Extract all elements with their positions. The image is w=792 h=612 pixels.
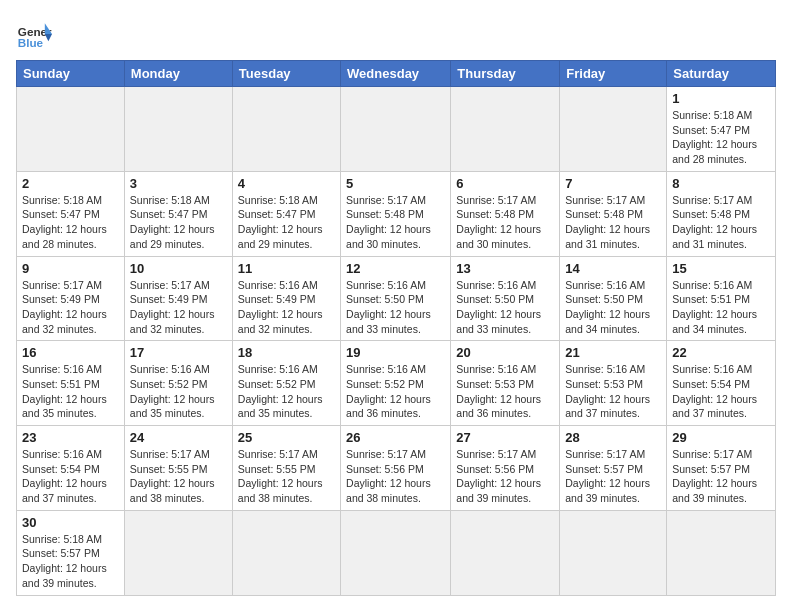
day-info: Sunrise: 5:17 AM Sunset: 5:48 PM Dayligh… — [565, 193, 661, 252]
day-number: 23 — [22, 430, 119, 445]
day-info: Sunrise: 5:16 AM Sunset: 5:52 PM Dayligh… — [346, 362, 445, 421]
day-number: 12 — [346, 261, 445, 276]
calendar-cell: 11Sunrise: 5:16 AM Sunset: 5:49 PM Dayli… — [232, 256, 340, 341]
calendar-cell: 18Sunrise: 5:16 AM Sunset: 5:52 PM Dayli… — [232, 341, 340, 426]
calendar-week-1: 1Sunrise: 5:18 AM Sunset: 5:47 PM Daylig… — [17, 87, 776, 172]
day-info: Sunrise: 5:17 AM Sunset: 5:48 PM Dayligh… — [456, 193, 554, 252]
calendar-table: SundayMondayTuesdayWednesdayThursdayFrid… — [16, 60, 776, 596]
calendar-cell: 13Sunrise: 5:16 AM Sunset: 5:50 PM Dayli… — [451, 256, 560, 341]
day-info: Sunrise: 5:17 AM Sunset: 5:57 PM Dayligh… — [565, 447, 661, 506]
calendar-cell: 21Sunrise: 5:16 AM Sunset: 5:53 PM Dayli… — [560, 341, 667, 426]
day-info: Sunrise: 5:17 AM Sunset: 5:55 PM Dayligh… — [130, 447, 227, 506]
calendar-cell: 2Sunrise: 5:18 AM Sunset: 5:47 PM Daylig… — [17, 171, 125, 256]
calendar-cell: 27Sunrise: 5:17 AM Sunset: 5:56 PM Dayli… — [451, 426, 560, 511]
day-number: 20 — [456, 345, 554, 360]
day-info: Sunrise: 5:16 AM Sunset: 5:50 PM Dayligh… — [456, 278, 554, 337]
day-info: Sunrise: 5:17 AM Sunset: 5:49 PM Dayligh… — [22, 278, 119, 337]
calendar-cell: 14Sunrise: 5:16 AM Sunset: 5:50 PM Dayli… — [560, 256, 667, 341]
calendar-cell: 16Sunrise: 5:16 AM Sunset: 5:51 PM Dayli… — [17, 341, 125, 426]
day-number: 15 — [672, 261, 770, 276]
weekday-header-thursday: Thursday — [451, 61, 560, 87]
calendar-cell: 28Sunrise: 5:17 AM Sunset: 5:57 PM Dayli… — [560, 426, 667, 511]
day-number: 5 — [346, 176, 445, 191]
calendar-cell — [667, 510, 776, 595]
day-info: Sunrise: 5:17 AM Sunset: 5:49 PM Dayligh… — [130, 278, 227, 337]
calendar-cell: 5Sunrise: 5:17 AM Sunset: 5:48 PM Daylig… — [341, 171, 451, 256]
calendar-week-4: 16Sunrise: 5:16 AM Sunset: 5:51 PM Dayli… — [17, 341, 776, 426]
logo-icon: General Blue — [16, 16, 52, 52]
calendar-cell: 4Sunrise: 5:18 AM Sunset: 5:47 PM Daylig… — [232, 171, 340, 256]
calendar-cell — [232, 510, 340, 595]
day-number: 4 — [238, 176, 335, 191]
weekday-header-tuesday: Tuesday — [232, 61, 340, 87]
day-info: Sunrise: 5:17 AM Sunset: 5:48 PM Dayligh… — [346, 193, 445, 252]
day-number: 14 — [565, 261, 661, 276]
weekday-header-sunday: Sunday — [17, 61, 125, 87]
calendar-cell: 17Sunrise: 5:16 AM Sunset: 5:52 PM Dayli… — [124, 341, 232, 426]
calendar-cell — [341, 510, 451, 595]
calendar-cell — [124, 87, 232, 172]
calendar-cell: 15Sunrise: 5:16 AM Sunset: 5:51 PM Dayli… — [667, 256, 776, 341]
calendar-cell: 25Sunrise: 5:17 AM Sunset: 5:55 PM Dayli… — [232, 426, 340, 511]
day-number: 11 — [238, 261, 335, 276]
day-info: Sunrise: 5:16 AM Sunset: 5:51 PM Dayligh… — [672, 278, 770, 337]
calendar-cell: 3Sunrise: 5:18 AM Sunset: 5:47 PM Daylig… — [124, 171, 232, 256]
day-info: Sunrise: 5:16 AM Sunset: 5:53 PM Dayligh… — [565, 362, 661, 421]
logo: General Blue — [16, 16, 52, 52]
calendar-cell: 19Sunrise: 5:16 AM Sunset: 5:52 PM Dayli… — [341, 341, 451, 426]
weekday-header-monday: Monday — [124, 61, 232, 87]
day-info: Sunrise: 5:16 AM Sunset: 5:54 PM Dayligh… — [22, 447, 119, 506]
day-number: 26 — [346, 430, 445, 445]
calendar-cell — [341, 87, 451, 172]
day-info: Sunrise: 5:17 AM Sunset: 5:56 PM Dayligh… — [456, 447, 554, 506]
day-info: Sunrise: 5:16 AM Sunset: 5:52 PM Dayligh… — [130, 362, 227, 421]
day-number: 24 — [130, 430, 227, 445]
day-info: Sunrise: 5:16 AM Sunset: 5:52 PM Dayligh… — [238, 362, 335, 421]
day-number: 27 — [456, 430, 554, 445]
calendar-cell: 29Sunrise: 5:17 AM Sunset: 5:57 PM Dayli… — [667, 426, 776, 511]
calendar-cell: 26Sunrise: 5:17 AM Sunset: 5:56 PM Dayli… — [341, 426, 451, 511]
day-info: Sunrise: 5:18 AM Sunset: 5:47 PM Dayligh… — [22, 193, 119, 252]
day-info: Sunrise: 5:18 AM Sunset: 5:47 PM Dayligh… — [130, 193, 227, 252]
day-info: Sunrise: 5:16 AM Sunset: 5:54 PM Dayligh… — [672, 362, 770, 421]
calendar-week-6: 30Sunrise: 5:18 AM Sunset: 5:57 PM Dayli… — [17, 510, 776, 595]
day-number: 9 — [22, 261, 119, 276]
day-number: 25 — [238, 430, 335, 445]
day-number: 29 — [672, 430, 770, 445]
day-number: 30 — [22, 515, 119, 530]
calendar-cell: 24Sunrise: 5:17 AM Sunset: 5:55 PM Dayli… — [124, 426, 232, 511]
day-number: 19 — [346, 345, 445, 360]
calendar-week-3: 9Sunrise: 5:17 AM Sunset: 5:49 PM Daylig… — [17, 256, 776, 341]
day-number: 3 — [130, 176, 227, 191]
svg-text:Blue: Blue — [18, 36, 44, 49]
calendar-cell — [451, 87, 560, 172]
day-number: 6 — [456, 176, 554, 191]
day-info: Sunrise: 5:16 AM Sunset: 5:49 PM Dayligh… — [238, 278, 335, 337]
calendar-cell — [451, 510, 560, 595]
calendar-cell: 8Sunrise: 5:17 AM Sunset: 5:48 PM Daylig… — [667, 171, 776, 256]
calendar-week-2: 2Sunrise: 5:18 AM Sunset: 5:47 PM Daylig… — [17, 171, 776, 256]
calendar-cell — [124, 510, 232, 595]
calendar-cell — [560, 87, 667, 172]
calendar-cell: 23Sunrise: 5:16 AM Sunset: 5:54 PM Dayli… — [17, 426, 125, 511]
calendar-week-5: 23Sunrise: 5:16 AM Sunset: 5:54 PM Dayli… — [17, 426, 776, 511]
calendar-cell — [560, 510, 667, 595]
day-number: 28 — [565, 430, 661, 445]
day-number: 22 — [672, 345, 770, 360]
day-info: Sunrise: 5:18 AM Sunset: 5:57 PM Dayligh… — [22, 532, 119, 591]
day-info: Sunrise: 5:18 AM Sunset: 5:47 PM Dayligh… — [238, 193, 335, 252]
day-info: Sunrise: 5:17 AM Sunset: 5:56 PM Dayligh… — [346, 447, 445, 506]
day-info: Sunrise: 5:18 AM Sunset: 5:47 PM Dayligh… — [672, 108, 770, 167]
calendar-cell — [232, 87, 340, 172]
weekday-header-row: SundayMondayTuesdayWednesdayThursdayFrid… — [17, 61, 776, 87]
calendar-cell: 20Sunrise: 5:16 AM Sunset: 5:53 PM Dayli… — [451, 341, 560, 426]
day-info: Sunrise: 5:17 AM Sunset: 5:48 PM Dayligh… — [672, 193, 770, 252]
day-number: 13 — [456, 261, 554, 276]
calendar-cell: 30Sunrise: 5:18 AM Sunset: 5:57 PM Dayli… — [17, 510, 125, 595]
page-header: General Blue — [16, 16, 776, 52]
day-number: 8 — [672, 176, 770, 191]
weekday-header-friday: Friday — [560, 61, 667, 87]
calendar-cell: 1Sunrise: 5:18 AM Sunset: 5:47 PM Daylig… — [667, 87, 776, 172]
day-number: 16 — [22, 345, 119, 360]
day-info: Sunrise: 5:16 AM Sunset: 5:51 PM Dayligh… — [22, 362, 119, 421]
